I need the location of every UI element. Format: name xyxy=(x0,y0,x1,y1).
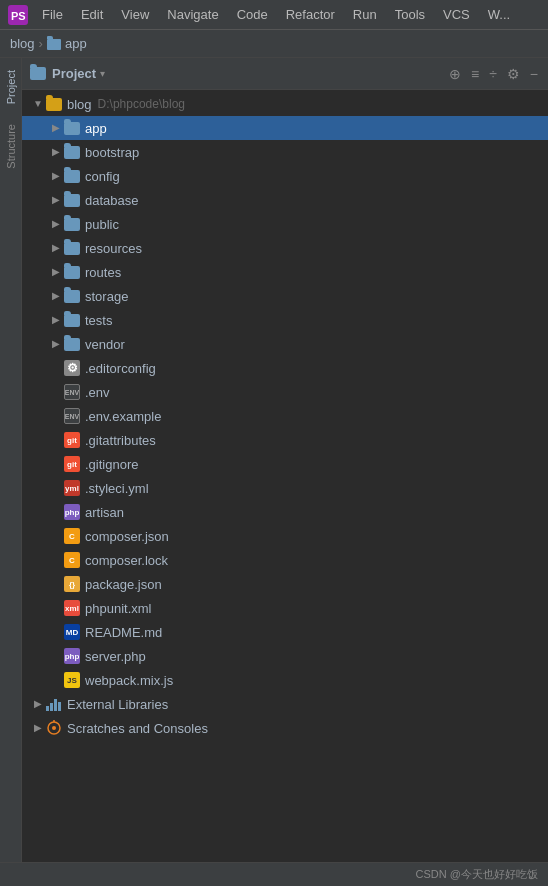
tree-item-env-example[interactable]: ENV .env.example xyxy=(22,404,548,428)
tree-root[interactable]: blog D:\phpcode\blog xyxy=(22,92,548,116)
panel-dropdown-arrow-icon[interactable]: ▾ xyxy=(100,68,105,79)
gitattributes-file-icon: git xyxy=(64,432,80,448)
breadcrumb: blog › app xyxy=(0,30,548,58)
external-libraries-label: External Libraries xyxy=(67,697,168,712)
gitignore-name: .gitignore xyxy=(85,457,138,472)
breadcrumb-current: app xyxy=(65,36,87,51)
tree-item-storage[interactable]: storage xyxy=(22,284,548,308)
external-libraries-chevron-icon xyxy=(32,698,44,710)
tree-item-external-libraries[interactable]: External Libraries xyxy=(22,692,548,716)
menu-bar: File Edit View Navigate Code Refactor Ru… xyxy=(34,4,540,25)
sidebar-tab-structure[interactable]: Structure xyxy=(2,116,20,177)
menu-vcs[interactable]: VCS xyxy=(435,4,478,25)
tree-item-app[interactable]: app xyxy=(22,116,548,140)
tree-item-gitattributes[interactable]: git .gitattributes xyxy=(22,428,548,452)
composer-lock-name: composer.lock xyxy=(85,553,168,568)
config-chevron-icon xyxy=(50,170,62,182)
storage-folder-icon xyxy=(64,290,80,303)
external-libraries-icon xyxy=(46,697,62,711)
menu-navigate[interactable]: Navigate xyxy=(159,4,226,25)
database-chevron-icon xyxy=(50,194,62,206)
scratches-icon xyxy=(46,720,62,736)
server-php-file-icon: php xyxy=(64,648,80,664)
tree-item-public[interactable]: public xyxy=(22,212,548,236)
tree-item-env[interactable]: ENV .env xyxy=(22,380,548,404)
credit-text: CSDN @今天也好好吃饭 xyxy=(416,867,538,882)
public-folder-name: public xyxy=(85,217,119,232)
tree-item-tests[interactable]: tests xyxy=(22,308,548,332)
panel-header: Project ▾ ⊕ ≡ ÷ ⚙ − xyxy=(22,58,548,90)
title-bar: PS File Edit View Navigate Code Refactor… xyxy=(0,0,548,30)
tree-item-database[interactable]: database xyxy=(22,188,548,212)
menu-run[interactable]: Run xyxy=(345,4,385,25)
app-folder-icon xyxy=(64,122,80,135)
tree-item-readme[interactable]: MD README.md xyxy=(22,620,548,644)
tree-item-config[interactable]: config xyxy=(22,164,548,188)
storage-folder-name: storage xyxy=(85,289,128,304)
server-php-name: server.php xyxy=(85,649,146,664)
env-file-icon: ENV xyxy=(64,384,80,400)
env-example-file-icon: ENV xyxy=(64,408,80,424)
tree-item-bootstrap[interactable]: bootstrap xyxy=(22,140,548,164)
scratches-chevron-icon xyxy=(32,722,44,734)
tree-item-routes[interactable]: routes xyxy=(22,260,548,284)
root-folder-icon xyxy=(46,98,62,111)
root-path: D:\phpcode\blog xyxy=(98,97,185,111)
artisan-file-icon: php xyxy=(64,504,80,520)
menu-tools[interactable]: Tools xyxy=(387,4,433,25)
tree-item-artisan[interactable]: php artisan xyxy=(22,500,548,524)
bottom-bar: CSDN @今天也好好吃饭 xyxy=(0,862,548,886)
close-panel-button[interactable]: − xyxy=(528,64,540,84)
tree-item-phpunit[interactable]: xml phpunit.xml xyxy=(22,596,548,620)
tree-item-vendor[interactable]: vendor xyxy=(22,332,548,356)
panel-actions: ⊕ ≡ ÷ ⚙ − xyxy=(447,64,540,84)
breadcrumb-sep1: › xyxy=(39,36,43,51)
env-name: .env xyxy=(85,385,110,400)
artisan-name: artisan xyxy=(85,505,124,520)
menu-code[interactable]: Code xyxy=(229,4,276,25)
project-panel: Project ▾ ⊕ ≡ ÷ ⚙ − blog D:\phpcode\blog xyxy=(22,58,548,886)
locate-button[interactable]: ⊕ xyxy=(447,64,463,84)
app-folder-name: app xyxy=(85,121,107,136)
tree-item-resources[interactable]: resources xyxy=(22,236,548,260)
svg-text:PS: PS xyxy=(11,10,26,22)
tree-item-webpack[interactable]: JS webpack.mix.js xyxy=(22,668,548,692)
config-folder-icon xyxy=(64,170,80,183)
tests-chevron-icon xyxy=(50,314,62,326)
tree-item-package-json[interactable]: {} package.json xyxy=(22,572,548,596)
file-tree: blog D:\phpcode\blog app bootstrap confi… xyxy=(22,90,548,742)
menu-view[interactable]: View xyxy=(113,4,157,25)
bootstrap-chevron-icon xyxy=(50,146,62,158)
styleci-file-icon: yml xyxy=(64,480,80,496)
tree-item-gitignore[interactable]: git .gitignore xyxy=(22,452,548,476)
package-json-file-icon: {} xyxy=(64,576,80,592)
svg-point-3 xyxy=(52,726,56,730)
menu-edit[interactable]: Edit xyxy=(73,4,111,25)
tree-item-styleci[interactable]: yml .styleci.yml xyxy=(22,476,548,500)
root-name: blog xyxy=(67,97,92,112)
routes-chevron-icon xyxy=(50,266,62,278)
webpack-file-icon: JS xyxy=(64,672,80,688)
tree-item-editorconfig[interactable]: ⚙ .editorconfig xyxy=(22,356,548,380)
panel-title-area: Project ▾ xyxy=(30,66,447,81)
editorconfig-name: .editorconfig xyxy=(85,361,156,376)
tree-item-composer-lock[interactable]: C composer.lock xyxy=(22,548,548,572)
breadcrumb-project[interactable]: blog xyxy=(10,36,35,51)
database-folder-name: database xyxy=(85,193,139,208)
public-chevron-icon xyxy=(50,218,62,230)
app-logo-icon: PS xyxy=(8,5,28,25)
styleci-name: .styleci.yml xyxy=(85,481,149,496)
app-chevron-icon xyxy=(50,122,62,134)
tree-item-composer-json[interactable]: C composer.json xyxy=(22,524,548,548)
menu-more[interactable]: W... xyxy=(480,4,518,25)
tree-item-server-php[interactable]: php server.php xyxy=(22,644,548,668)
split-button[interactable]: ÷ xyxy=(487,64,499,84)
menu-file[interactable]: File xyxy=(34,4,71,25)
public-folder-icon xyxy=(64,218,80,231)
menu-refactor[interactable]: Refactor xyxy=(278,4,343,25)
sidebar-tab-project[interactable]: Project xyxy=(2,62,20,112)
settings-button[interactable]: ⚙ xyxy=(505,64,522,84)
bootstrap-folder-name: bootstrap xyxy=(85,145,139,160)
tree-item-scratches[interactable]: Scratches and Consoles xyxy=(22,716,548,740)
collapse-all-button[interactable]: ≡ xyxy=(469,64,481,84)
